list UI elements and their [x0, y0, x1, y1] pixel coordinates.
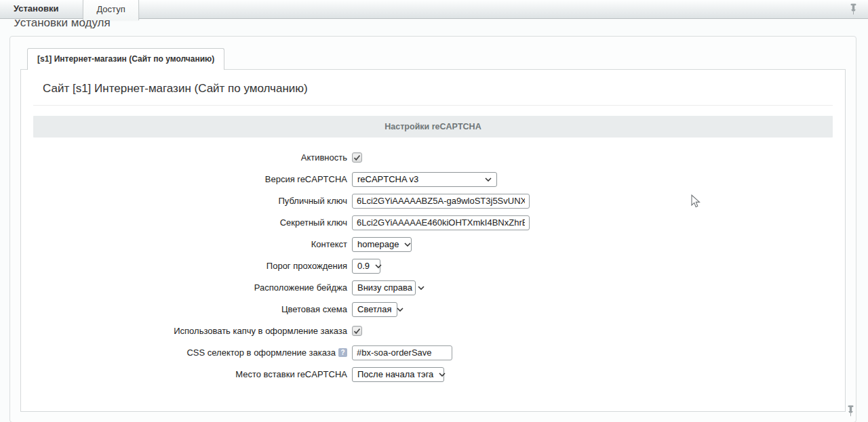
form-row-activity: Активность — [33, 150, 833, 165]
pushpin-icon — [847, 405, 854, 417]
form-row-checkout-captcha: Использовать капчу в оформление заказа — [33, 323, 833, 339]
field-label: Публичный ключ — [33, 196, 352, 206]
selected-value: reCAPTCHA v3 — [357, 174, 418, 184]
color-theme-select[interactable]: Светлая — [352, 302, 397, 317]
field-label: Место вставки reCAPTCHA — [33, 369, 352, 379]
tab-access[interactable]: Доступ — [83, 0, 138, 20]
chevron-down-icon — [375, 264, 382, 268]
insert-place-select[interactable]: После начала тэга — [352, 367, 444, 382]
selected-value: После начала тэга — [357, 369, 433, 379]
selected-value: homepage — [357, 239, 399, 249]
site-heading: Сайт [s1] Интернет-магазин (Сайт по умол… — [33, 81, 833, 106]
chevron-down-icon — [404, 242, 411, 247]
checkout-captcha-checkbox[interactable] — [352, 326, 362, 336]
selected-value: Внизу справа — [357, 282, 412, 293]
form-row-insert-place: Место вставки reCAPTCHA После начала тэг… — [33, 366, 833, 382]
field-label: Активность — [33, 152, 352, 163]
chevron-down-icon — [439, 373, 446, 377]
selected-value: Светлая — [357, 304, 391, 314]
top-tab-bar: Установки Доступ — [0, 0, 868, 19]
form-row-badge-position: Расположение бейджа Внизу справа — [33, 280, 833, 295]
pin-icon-bottom[interactable] — [847, 405, 854, 417]
check-icon — [353, 154, 361, 161]
chevron-down-icon — [485, 177, 492, 182]
site-tab-s1[interactable]: [s1] Интернет-магазин (Сайт по умолчанию… — [27, 48, 224, 70]
tab-settings[interactable]: Установки — [0, 3, 71, 18]
threshold-select[interactable]: 0.9 — [352, 259, 380, 274]
module-settings-panel: [s1] Интернет-магазин (Сайт по умолчанию… — [9, 36, 856, 422]
check-icon — [353, 328, 361, 335]
field-label: Использовать капчу в оформление заказа — [33, 326, 352, 336]
form-row-threshold: Порог прохождения 0.9 — [33, 258, 833, 274]
version-select[interactable]: reCAPTCHA v3 — [352, 172, 497, 187]
help-icon[interactable]: ? — [338, 348, 347, 357]
field-label: Порог прохождения — [33, 261, 352, 271]
field-label: CSS селектор в оформление заказа ? — [33, 347, 352, 358]
form-row-secret-key: Секретный ключ — [33, 215, 833, 230]
public-key-input[interactable] — [352, 194, 530, 209]
site-settings-form-panel: Сайт [s1] Интернет-магазин (Сайт по умол… — [20, 69, 846, 412]
css-selector-input[interactable] — [352, 345, 452, 360]
selected-value: 0.9 — [357, 261, 370, 271]
form-row-color-theme: Цветовая схема Светлая — [33, 301, 833, 317]
form-row-version: Версия reCAPTCHA reCAPTCHA v3 — [33, 171, 833, 187]
context-select[interactable]: homepage — [352, 237, 412, 252]
field-label: Секретный ключ — [33, 217, 352, 228]
site-tabs: [s1] Интернет-магазин (Сайт по умолчанию… — [20, 47, 846, 69]
field-label: Контекст — [33, 239, 352, 249]
pin-icon[interactable] — [850, 3, 857, 18]
form-row-css-selector: CSS селектор в оформление заказа ? — [33, 345, 833, 360]
chevron-down-icon — [418, 286, 425, 290]
field-label-text: CSS селектор в оформление заказа — [186, 347, 336, 358]
section-header-recaptcha: Настройки reCAPTCHA — [33, 116, 833, 138]
field-label: Расположение бейджа — [33, 282, 352, 293]
field-label: Версия reCAPTCHA — [33, 174, 352, 184]
field-label: Цветовая схема — [33, 304, 352, 314]
form-row-public-key: Публичный ключ — [33, 193, 833, 209]
badge-position-select[interactable]: Внизу справа — [352, 280, 416, 295]
chevron-down-icon — [397, 308, 403, 312]
activity-checkbox[interactable] — [352, 152, 362, 163]
pushpin-icon — [850, 3, 857, 15]
form-row-context: Контекст homepage — [33, 236, 833, 252]
secret-key-input[interactable] — [352, 215, 530, 230]
